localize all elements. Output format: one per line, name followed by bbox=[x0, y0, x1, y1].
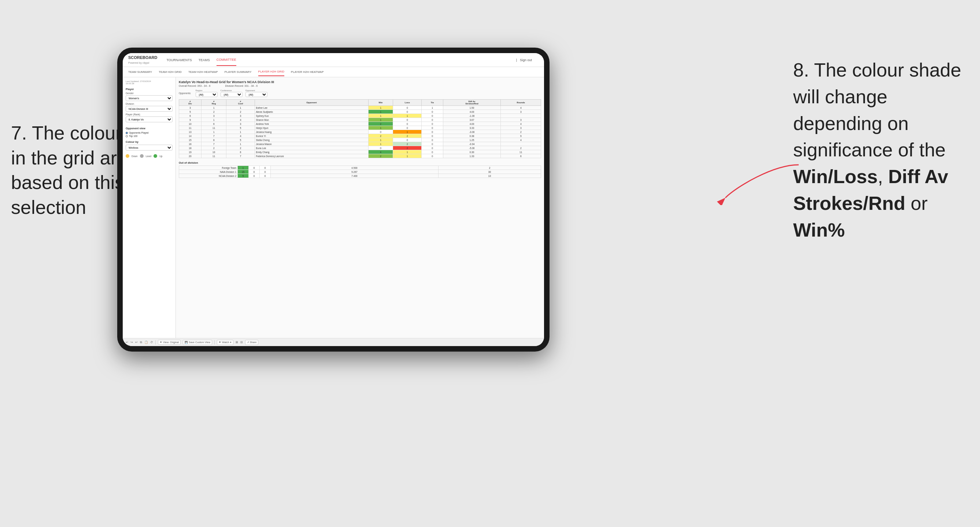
opponent-view-title: Opponent view bbox=[126, 127, 173, 130]
player-rank-label: Player (Rank) bbox=[126, 113, 173, 116]
table-row: 522 Alexis Sudjianto 100 4.003 bbox=[179, 110, 541, 114]
table-row: 311 Esther Lee 101 1.504 bbox=[179, 106, 541, 110]
legend-up-label: Up bbox=[159, 155, 162, 157]
col-tie: Tie bbox=[422, 100, 443, 106]
colour-by-select[interactable]: Win/loss bbox=[126, 144, 173, 151]
nav-tournaments[interactable]: TOURNAMENTS bbox=[166, 55, 192, 65]
right-panel: Katelyn Vo Head-to-Head Grid for Women's… bbox=[176, 77, 544, 338]
col-reg: #Reg bbox=[201, 100, 226, 106]
last-updated: Last Updated: 27/03/2024 16:55:38 bbox=[126, 80, 173, 84]
bottom-toolbar: ↩ ↪ ↩ ⧉ 📋 ⏱ 👁 View: Original 💾 Save Cust… bbox=[123, 338, 544, 346]
division-select[interactable]: NCAA Division III bbox=[126, 106, 173, 112]
share-icon: ↗ bbox=[247, 341, 249, 344]
toolbar-sep-2 bbox=[214, 340, 215, 344]
table-row: 1585 Stella Cheng 100 1.254 bbox=[179, 138, 541, 142]
chevron-down-icon: ▾ bbox=[230, 341, 232, 344]
ood-table: Foreign Team 1 0 0 4.500 2 NAIA Division… bbox=[179, 165, 541, 178]
grid-title: Katelyn Vo Head-to-Head Grid for Women's… bbox=[179, 80, 541, 84]
watch-icon: 👁 bbox=[219, 341, 221, 343]
layout-icon[interactable]: ⊞ bbox=[235, 341, 238, 344]
subnav-team-h2h-grid[interactable]: TEAM H2H GRID bbox=[159, 68, 182, 76]
subnav-player-h2h-grid[interactable]: PLAYER H2H GRID bbox=[258, 68, 284, 76]
subnav-team-h2h-heatmap[interactable]: TEAM H2H HEATMAP bbox=[188, 68, 218, 76]
table-row: 914 Sharon Mun 100 3.673 bbox=[179, 118, 541, 122]
table-row: NCAA Division 2 5 0 0 7.400 10 bbox=[179, 174, 541, 178]
eye-icon: 👁 bbox=[160, 341, 162, 343]
legend-level-label: Level bbox=[146, 155, 152, 157]
radio-label-1: Opponents Played bbox=[129, 132, 148, 134]
table-row: 1822 Euna Lee 020 -5.002 bbox=[179, 146, 541, 150]
left-panel: Last Updated: 27/03/2024 16:55:38 Player… bbox=[123, 77, 176, 338]
annotation-right-text: 8. The colour shade will change dependin… bbox=[793, 59, 961, 241]
colour-by-title: Colour by bbox=[126, 140, 173, 144]
filter-conference-select[interactable]: (All) bbox=[221, 92, 242, 97]
table-row: 20117 Federica Domecq Lacroze 210 1.336 bbox=[179, 154, 541, 158]
radio-dot-empty bbox=[126, 135, 128, 137]
filter-row: Opponents: Region (All) Conference (All) bbox=[179, 89, 541, 97]
nav-separator: | bbox=[516, 58, 517, 62]
col-opponent: Opponent bbox=[255, 100, 369, 106]
filter-region-group: Region (All) bbox=[196, 89, 218, 97]
player-rank-select[interactable]: 8. Katelyn Vo bbox=[126, 116, 173, 122]
paste-icon[interactable]: 📋 bbox=[144, 341, 148, 344]
table-row: 19106 Emily Chang 410 0.3011 bbox=[179, 150, 541, 154]
save-icon: 💾 bbox=[185, 341, 188, 344]
undo-icon[interactable]: ↩ bbox=[126, 341, 128, 344]
sub-nav: TEAM SUMMARY TEAM H2H GRID TEAM H2H HEAT… bbox=[123, 67, 544, 77]
nav-sign-out[interactable]: Sign out bbox=[520, 55, 532, 65]
nav-teams[interactable]: TEAMS bbox=[199, 55, 210, 65]
table-row: 633 Sydney Kuo 110 -1.00 bbox=[179, 114, 541, 118]
clock-icon[interactable]: ⏱ bbox=[150, 341, 153, 344]
legend-up-dot bbox=[153, 154, 157, 158]
col-rounds: Rounds bbox=[501, 100, 541, 106]
radio-opponents-played[interactable]: Opponents Played bbox=[126, 132, 173, 134]
grid-icon[interactable]: ⊟ bbox=[240, 341, 243, 344]
radio-label-2: Top 100 bbox=[129, 135, 137, 137]
copy-icon[interactable]: ⧉ bbox=[140, 341, 142, 344]
filter-region-select[interactable]: (All) bbox=[196, 92, 218, 97]
back-icon[interactable]: ↩ bbox=[135, 341, 138, 344]
table-row: 1671 Jessica Mason 120 -0.94 bbox=[179, 142, 541, 146]
radio-dot-filled bbox=[126, 132, 128, 134]
filter-opponent-select[interactable]: (All) bbox=[245, 92, 267, 97]
subnav-player-h2h-heatmap[interactable]: PLAYER H2H HEATMAP bbox=[291, 68, 324, 76]
filter-opponent-label: Opponent bbox=[245, 89, 267, 92]
subnav-player-summary[interactable]: PLAYER SUMMARY bbox=[224, 68, 252, 76]
logo-sub-text: Powered by clippd bbox=[128, 62, 149, 64]
annotation-left-text: 7. The colours in the grid are based on … bbox=[11, 122, 132, 218]
radio-top100[interactable]: Top 100 bbox=[126, 135, 173, 137]
watch-btn[interactable]: 👁 Watch ▾ bbox=[217, 340, 233, 345]
gender-label: Gender bbox=[126, 92, 173, 94]
table-row: 1063 Andrea York 200 4.004 bbox=[179, 122, 541, 126]
tablet-screen: SCOREBOARD Powered by clippd TOURNAMENTS… bbox=[123, 53, 544, 346]
legend: Down Level Up bbox=[126, 154, 173, 158]
tablet-device: SCOREBOARD Powered by clippd TOURNAMENTS… bbox=[117, 48, 549, 352]
annotation-right: 8. The colour shade will change dependin… bbox=[793, 57, 969, 244]
division-record: Division Record: 331 - 34 - 6 bbox=[225, 84, 258, 87]
table-row: 1311 Jessica Huang 010 -3.002 bbox=[179, 130, 541, 134]
toolbar-sep-1 bbox=[155, 340, 156, 344]
legend-down-label: Down bbox=[132, 155, 138, 157]
col-conf: #Conf bbox=[226, 100, 255, 106]
col-loss: Loss bbox=[393, 100, 422, 106]
share-btn[interactable]: ↗ Share bbox=[245, 340, 259, 345]
view-original-btn[interactable]: 👁 View: Original bbox=[158, 340, 181, 344]
table-row: 1474 Eunice Yi 220 0.389 bbox=[179, 134, 541, 138]
redo-icon[interactable]: ↪ bbox=[130, 341, 133, 344]
nav-committee[interactable]: COMMITTEE bbox=[216, 54, 236, 66]
logo: SCOREBOARD Powered by clippd bbox=[128, 55, 157, 64]
save-custom-view-btn[interactable]: 💾 Save Custom View bbox=[183, 340, 212, 345]
subnav-team-summary[interactable]: TEAM SUMMARY bbox=[128, 68, 152, 76]
division-label: Division bbox=[126, 103, 173, 105]
main-content: Last Updated: 27/03/2024 16:55:38 Player… bbox=[123, 77, 544, 338]
filter-region-label: Region bbox=[196, 89, 218, 92]
logo-text: SCOREBOARD bbox=[128, 55, 157, 60]
gender-select[interactable]: Women's bbox=[126, 95, 173, 101]
out-of-division-header: Out of division bbox=[179, 161, 541, 164]
opponents-label: Opponents: bbox=[179, 92, 191, 94]
grid-records: Overall Record: 353 - 34 - 6 Division Re… bbox=[179, 84, 541, 87]
col-win: Win bbox=[369, 100, 393, 106]
filter-conference-group: Conference (All) bbox=[221, 89, 242, 97]
filter-conference-label: Conference bbox=[221, 89, 242, 92]
h2h-table: #Div #Reg #Conf Opponent Win Loss Tie Di… bbox=[179, 99, 541, 158]
